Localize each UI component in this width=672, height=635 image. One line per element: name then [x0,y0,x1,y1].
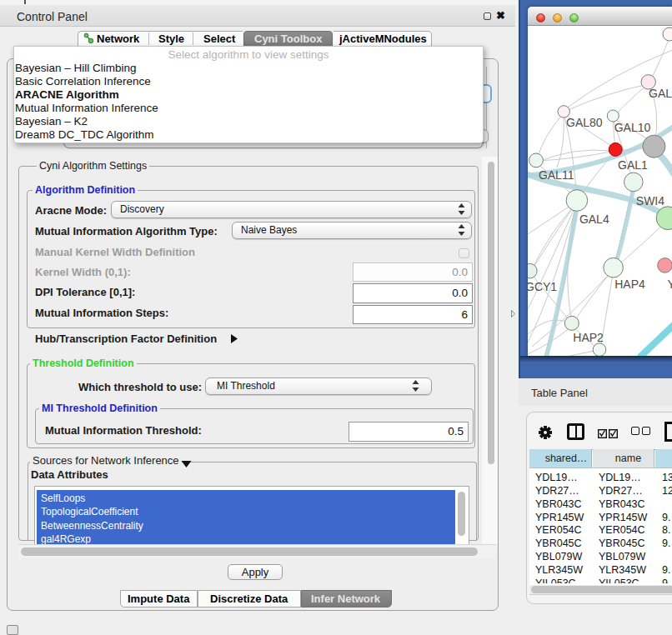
svg-text:Y: Y [668,278,672,291]
svg-text:GAL11: GAL11 [539,168,574,182]
svg-text:GAL80: GAL80 [566,116,603,129]
svg-text:HAP2: HAP2 [573,331,604,344]
svg-text:GAL1: GAL1 [618,158,648,172]
svg-text:GAL2: GAL2 [649,87,672,100]
svg-text:SWI4: SWI4 [636,194,664,208]
svg-text:GCY1: GCY1 [528,280,557,293]
svg-text:HAP4: HAP4 [614,278,645,291]
svg-text:GAL4: GAL4 [579,212,609,226]
svg-text:GAL10: GAL10 [614,121,651,134]
